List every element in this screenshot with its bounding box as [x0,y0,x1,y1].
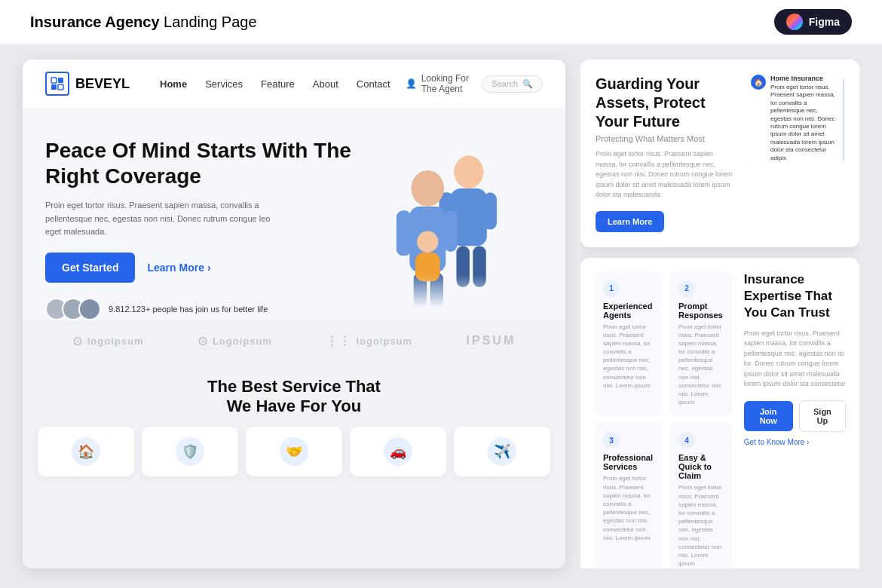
hero-image-area [362,130,543,320]
get-started-button[interactable]: Get Started [45,253,135,283]
nav-links: Home Services Feature About Contact [160,78,390,90]
service-card-life[interactable]: 🛡️ [142,427,238,476]
feature-title-4: Easy & Quick to Claim [678,453,723,480]
hero-card-title: Guarding Your Assets, Protect Your Futur… [596,75,734,131]
nav-services[interactable]: Services [205,78,243,90]
expertise-desc: Proin eget tortor risus. Praesent sapien… [744,329,846,390]
svg-rect-18 [362,274,543,308]
feature-num-3: 3 [603,432,620,449]
top-header: Insurance Agency Landing Page Figma [0,0,882,44]
logos-section: ⊙ logoipsum ⊙ Logoipsum ⋮⋮ logoipsum IPS… [23,320,565,362]
logo-3: ⋮⋮ logoipsum [326,334,412,348]
home-insurance-badge: 🏠 Home Insurance Proin eget tortor risus… [746,75,843,165]
sign-up-button[interactable]: Sign Up [799,400,846,432]
join-now-button[interactable]: Join Now [744,401,793,431]
hero-card-image: 🏠 Home Insurance Proin eget tortor risus… [746,75,844,165]
health-insurance-icon: 🤝 [280,437,308,466]
hero-card-subtitle: Protecting What Matters Most [596,134,734,143]
nav-agent-link[interactable]: 👤 Looking For The Agent [406,73,482,94]
expertise-actions: Join Now Sign Up [744,400,846,432]
site-logo: BEVEYL [45,72,130,96]
feature-num-2: 2 [678,280,695,297]
feature-desc-1: Proin eget tortor risus. Praesent sapien… [603,323,653,390]
bottom-heading-text: The Best Service That We Have For You [45,377,543,416]
logo-4: IPSUM [467,334,516,348]
home-insurance-icon: 🏠 [72,437,100,466]
bottom-section-heading: The Best Service That We Have For You [23,362,565,427]
hero-card: Guarding Your Assets, Protect Your Futur… [580,60,859,247]
svg-rect-12 [397,210,412,256]
avatars [45,298,101,320]
svg-rect-1 [58,78,63,83]
search-icon: 🔍 [522,79,533,89]
hero-section: Peace Of Mind Starts With The Right Cove… [23,108,565,320]
avatar-3 [78,298,101,320]
logo-icon [45,72,69,96]
nav-contact[interactable]: Contact [357,78,390,90]
feature-title-2: Prompt Responses [678,302,723,320]
get-to-know-link[interactable]: Get to Know More › [744,438,846,446]
svg-rect-13 [444,210,457,252]
feature-num-1: 1 [603,280,620,297]
nav-home[interactable]: Home [160,78,187,90]
service-card-home[interactable]: 🏠 [38,427,134,476]
logo-2: ⊙ Logoipsum [198,334,272,348]
expertise-title: Insurance Expertise That You Can Trust [744,271,846,321]
feature-num-4: 4 [678,432,695,449]
right-panel: Guarding Your Assets, Protect Your Futur… [580,60,859,568]
feature-desc-3: Proin eget tortor risus. Praesent sapien… [603,474,653,542]
nav-search[interactable]: Search 🔍 [482,75,543,93]
nav-about[interactable]: About [313,78,338,90]
hero-title: Peace Of Mind Starts With The Right Cove… [45,138,362,188]
main-layout: BEVEYL Home Services Feature About Conta… [0,44,882,583]
life-insurance-icon: 🛡️ [176,437,204,466]
figma-badge: Figma [774,9,852,35]
hero-actions: Get Started Learn More › [45,253,362,283]
figma-icon [786,14,803,30]
travel-insurance-icon: ✈️ [488,437,516,466]
features-section: 1 Experienced Agents Proin eget tortor r… [580,258,859,569]
page-title: Insurance Agency Landing Page [30,14,257,31]
service-card-health[interactable]: 🤝 [246,427,342,476]
hero-description: Proin eget tortor risus. Praesent sapien… [45,199,271,239]
service-card-auto[interactable]: 🚗 [350,427,446,476]
svg-point-10 [411,170,444,207]
hero-card-content: Guarding Your Assets, Protect Your Futur… [596,75,734,232]
nav-feature[interactable]: Feature [261,78,295,90]
auto-insurance-icon: 🚗 [384,437,412,466]
expertise-content: Insurance Expertise That You Can Trust P… [744,271,846,569]
feature-title-3: Professional Services [603,453,653,471]
feature-desc-4: Proin eget tortor risus. Praesent sapien… [678,483,723,568]
social-proof-text: 9.812.123+ people has join us for better… [109,305,268,314]
feature-3: 3 Professional Services Proin eget torto… [594,423,662,568]
feature-4: 4 Easy & Quick to Claim Proin eget torto… [669,423,732,568]
svg-rect-3 [58,84,63,90]
logo-1: ⊙ logoipsum [72,334,144,348]
svg-point-4 [454,155,483,188]
site-nav: BEVEYL Home Services Feature About Conta… [23,60,565,108]
hero-content: Peace Of Mind Starts With The Right Cove… [45,130,362,320]
service-card-travel[interactable]: ✈️ [454,427,550,476]
learn-more-button-right[interactable]: Learn More [596,211,664,232]
badge-home-icon: 🏠 [751,75,766,90]
features-grid: 1 Experienced Agents Proin eget tortor r… [594,271,732,569]
svg-rect-2 [51,84,57,90]
hero-social-proof: 9.812.123+ people has join us for better… [45,298,362,320]
svg-point-16 [417,231,438,253]
feature-desc-2: Proin eget tortor risus. Praesent sapien… [678,323,723,407]
arrow-icon: › [207,262,211,274]
service-cards-row: 🏠 🛡️ 🤝 🚗 ✈️ [23,427,565,488]
learn-more-button[interactable]: Learn More › [147,262,210,274]
svg-rect-7 [483,192,496,229]
feature-title-1: Experienced Agents [603,302,653,320]
feature-1: 1 Experienced Agents Proin eget tortor r… [594,271,662,416]
hero-card-desc: Proin eget tortor risus. Praesent sapien… [596,149,734,201]
feature-2: 2 Prompt Responses Proin eget tortor ris… [669,271,732,416]
svg-rect-0 [51,78,57,83]
left-panel: BEVEYL Home Services Feature About Conta… [23,60,565,568]
